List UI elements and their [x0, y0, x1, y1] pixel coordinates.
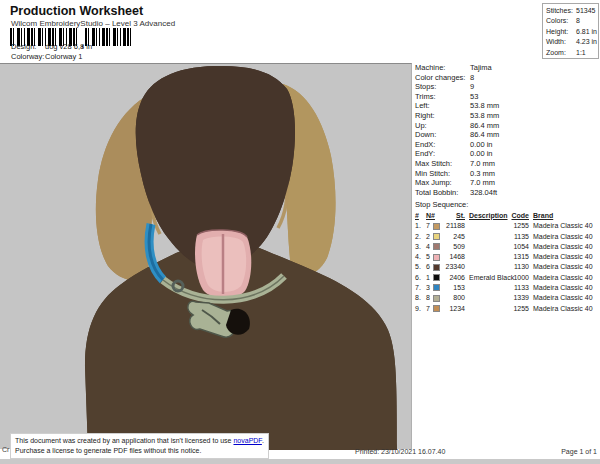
stop-sequence-title: Stop Sequence:: [415, 200, 598, 210]
stats-row: Height: 6.81 in: [546, 27, 598, 37]
col-header-description: Description: [469, 211, 513, 221]
stat-label: Colors:: [546, 16, 576, 26]
stop-sequence-row: 5. 6 23340 1130 Madeira Classic 40: [415, 262, 598, 272]
stop-sequence-table: # N# St. Description Code Brand 1. 7 211…: [415, 211, 598, 314]
novapdf-link[interactable]: novaPDF: [233, 437, 261, 444]
machine-info-label: Trims:: [415, 92, 470, 102]
machine-info-value: 7.0 mm: [470, 178, 495, 188]
cropped-footer-text: Cr: [2, 446, 9, 453]
cell-stitches: 1468: [441, 252, 465, 262]
cell-code: 1255: [510, 304, 529, 314]
cell-num: 2.: [415, 232, 424, 242]
notice-period: .: [262, 437, 264, 444]
stat-label: Height:: [546, 27, 576, 37]
col-header-brand: Brand: [533, 211, 598, 221]
colorway-label: Colorway:: [11, 52, 45, 61]
thread-color-swatch: [433, 223, 440, 230]
machine-info-row: Min Stitch: 0.3 mm: [415, 169, 598, 179]
stats-row: Stitches: 51345: [546, 6, 598, 16]
cell-brand: Madeira Classic 40: [533, 252, 598, 262]
machine-info-label: EndX:: [415, 140, 470, 150]
stat-value: 51345: [576, 6, 598, 16]
machine-info-label: Right:: [415, 111, 470, 121]
machine-info-row: Color changes: 8: [415, 73, 598, 83]
cell-brand: Madeira Classic 40: [533, 242, 598, 252]
cell-brand: Madeira Classic 40: [533, 304, 598, 314]
thread-color-swatch: [433, 305, 440, 312]
machine-info-row: Right: 53.8 mm: [415, 111, 598, 121]
cell-num: 1.: [415, 221, 424, 231]
stats-row: Zoom: 1:1: [546, 48, 598, 58]
stat-value: 8: [576, 16, 598, 26]
machine-info-value: 9: [470, 82, 474, 92]
col-header-num: #: [415, 211, 424, 221]
machine-info-value: 0.00 in: [470, 140, 493, 150]
machine-info-row: EndY: 0.00 in: [415, 149, 598, 159]
colorway-row: Colorway:Colorway 1: [11, 52, 83, 61]
cell-brand: Madeira Classic 40: [533, 232, 598, 242]
machine-info-value: 0.00 in: [470, 149, 493, 159]
stop-sequence-row: 8. 8 800 1339 Madeira Classic 40: [415, 293, 598, 303]
machine-info-label: EndY:: [415, 149, 470, 159]
cell-num: 4.: [415, 252, 424, 262]
stat-value: 4.23 in: [576, 37, 598, 47]
col-header-stitches: St.: [441, 211, 465, 221]
cell-stitches: 2406: [441, 273, 465, 283]
machine-info-row: Max Stitch: 7.0 mm: [415, 159, 598, 169]
cell-num: 3.: [415, 242, 424, 252]
cell-description: Emerald Black: [469, 273, 513, 283]
notice-text: This document was created by an applicat…: [15, 437, 233, 444]
cell-stitches: 1234: [441, 304, 465, 314]
barcode-bars-right: [85, 28, 133, 46]
cell-stitches: 245: [441, 232, 465, 242]
cell-code: 1000: [510, 273, 529, 283]
stop-sequence-row: 2. 2 245 1135 Madeira Classic 40: [415, 232, 598, 242]
machine-info-row: Max Jump: 7.0 mm: [415, 178, 598, 188]
stats-row: Colors: 8: [546, 16, 598, 26]
machine-info-label: Max Jump:: [415, 178, 470, 188]
machine-info-value: 328.04ft: [470, 188, 497, 198]
cell-num: 6.: [415, 273, 424, 283]
stop-sequence-row: 9. 7 1234 1255 Madeira Classic 40: [415, 304, 598, 314]
stat-label: Stitches:: [546, 6, 576, 16]
machine-info-label: Up:: [415, 121, 470, 131]
cell-brand: Madeira Classic 40: [533, 283, 598, 293]
machine-info-value: 0.3 mm: [470, 169, 495, 179]
cell-code: 1135: [510, 232, 529, 242]
cell-num: 9.: [415, 304, 424, 314]
cell-stitches: 21188: [441, 221, 465, 231]
machine-info-row: Machine: Tajima: [415, 63, 598, 73]
machine-info-row: EndX: 0.00 in: [415, 140, 598, 150]
cell-code: 1255: [510, 221, 529, 231]
cell-code: 1315: [510, 252, 529, 262]
machine-info-label: Color changes:: [415, 73, 470, 83]
stat-value: 6.81 in: [576, 27, 598, 37]
cell-code: 1130: [510, 262, 529, 272]
cell-stitches: 153: [441, 283, 465, 293]
machine-info-value: 53.8 mm: [470, 101, 499, 111]
stop-sequence-header-row: # N# St. Description Code Brand: [415, 211, 598, 221]
design-canvas: [0, 63, 412, 449]
design-value: dog v28 6,8 in: [45, 42, 92, 51]
machine-info-value: 86.4 mm: [470, 121, 499, 131]
cell-code: 1133: [510, 283, 529, 293]
design-stats-box: Stitches: 51345 Colors: 8 Height: 6.81 i…: [542, 3, 599, 59]
machine-info-value: 53: [470, 92, 478, 102]
stat-label: Width:: [546, 37, 576, 47]
cell-stitches: 509: [441, 242, 465, 252]
cell-stitches: 800: [441, 293, 465, 303]
stat-value: 1:1: [576, 48, 598, 58]
machine-info-label: Left:: [415, 101, 470, 111]
machine-info-row: Total Bobbin: 328.04ft: [415, 188, 598, 198]
machine-info-value: Tajima: [470, 63, 492, 73]
design-row: Design:dog v28 6,8 in: [11, 42, 92, 51]
cell-brand: Madeira Classic 40: [533, 221, 598, 231]
machine-info-value: 8: [470, 73, 474, 83]
stop-sequence-row: 6. 1 2406 Emerald Black 1000 Madeira Cla…: [415, 273, 598, 283]
cell-num: 7.: [415, 283, 424, 293]
machine-info-row: Stops: 9: [415, 82, 598, 92]
cell-stitches: 23340: [441, 262, 465, 272]
app-subtitle: Wilcom EmbroideryStudio – Level 3 Advanc…: [11, 19, 175, 28]
printed-timestamp: Printed: 23/10/2021 16.07.40: [355, 448, 445, 455]
machine-info-label: Max Stitch:: [415, 159, 470, 169]
